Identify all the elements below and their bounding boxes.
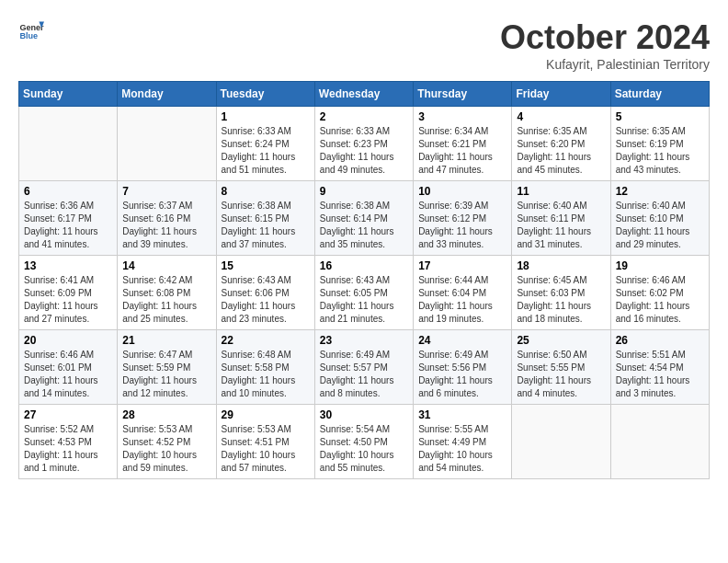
calendar-cell: 12Sunrise: 6:40 AM Sunset: 6:10 PM Dayli… [610, 181, 709, 256]
cell-content: Sunrise: 6:40 AM Sunset: 6:10 PM Dayligh… [616, 200, 704, 251]
day-number: 24 [418, 334, 506, 347]
calendar-cell: 28Sunrise: 5:53 AM Sunset: 4:52 PM Dayli… [118, 405, 216, 479]
calendar-cell: 30Sunrise: 5:54 AM Sunset: 4:50 PM Dayli… [314, 405, 413, 479]
calendar-cell: 1Sunrise: 6:33 AM Sunset: 6:24 PM Daylig… [216, 107, 314, 181]
day-number: 6 [24, 185, 112, 198]
calendar-cell: 7Sunrise: 6:37 AM Sunset: 6:16 PM Daylig… [118, 181, 216, 256]
calendar-cell: 23Sunrise: 6:49 AM Sunset: 5:57 PM Dayli… [314, 330, 413, 405]
title-section: October 2024 Kufayrit, Palestinian Terri… [500, 18, 710, 72]
day-number: 27 [24, 408, 112, 421]
cell-content: Sunrise: 6:50 AM Sunset: 5:55 PM Dayligh… [517, 349, 605, 400]
day-number: 5 [616, 110, 704, 123]
calendar-cell: 26Sunrise: 5:51 AM Sunset: 4:54 PM Dayli… [610, 330, 709, 405]
calendar-cell: 17Sunrise: 6:44 AM Sunset: 6:04 PM Dayli… [414, 256, 512, 330]
cell-content: Sunrise: 6:49 AM Sunset: 5:57 PM Dayligh… [320, 349, 408, 400]
calendar-cell: 29Sunrise: 5:53 AM Sunset: 4:51 PM Dayli… [216, 405, 314, 479]
day-number: 4 [517, 110, 605, 123]
calendar-week: 20Sunrise: 6:46 AM Sunset: 6:01 PM Dayli… [19, 330, 710, 405]
cell-content: Sunrise: 5:53 AM Sunset: 4:51 PM Dayligh… [222, 423, 310, 475]
day-number: 12 [616, 185, 704, 198]
day-number: 18 [517, 259, 605, 272]
calendar-cell: 8Sunrise: 6:38 AM Sunset: 6:15 PM Daylig… [216, 181, 314, 256]
cell-content: Sunrise: 6:40 AM Sunset: 6:11 PM Dayligh… [517, 200, 605, 251]
calendar-week: 27Sunrise: 5:52 AM Sunset: 4:53 PM Dayli… [19, 405, 710, 479]
calendar-cell: 21Sunrise: 6:47 AM Sunset: 5:59 PM Dayli… [118, 330, 216, 405]
cell-content: Sunrise: 6:43 AM Sunset: 6:05 PM Dayligh… [320, 274, 408, 326]
calendar-cell: 31Sunrise: 5:55 AM Sunset: 4:49 PM Dayli… [414, 405, 512, 479]
calendar-cell [610, 405, 709, 479]
cell-content: Sunrise: 6:37 AM Sunset: 6:16 PM Dayligh… [122, 200, 210, 251]
calendar-cell: 4Sunrise: 6:35 AM Sunset: 6:20 PM Daylig… [512, 107, 610, 181]
calendar-cell: 15Sunrise: 6:43 AM Sunset: 6:06 PM Dayli… [216, 256, 314, 330]
day-number: 11 [517, 185, 605, 198]
cell-content: Sunrise: 6:46 AM Sunset: 6:01 PM Dayligh… [24, 349, 112, 400]
day-number: 7 [122, 185, 210, 198]
calendar-cell: 24Sunrise: 6:49 AM Sunset: 5:56 PM Dayli… [414, 330, 512, 405]
cell-content: Sunrise: 6:47 AM Sunset: 5:59 PM Dayligh… [122, 349, 210, 400]
cell-content: Sunrise: 6:33 AM Sunset: 6:24 PM Dayligh… [222, 125, 310, 177]
calendar-cell: 5Sunrise: 6:35 AM Sunset: 6:19 PM Daylig… [610, 107, 709, 181]
cell-content: Sunrise: 6:45 AM Sunset: 6:03 PM Dayligh… [517, 274, 605, 326]
cell-content: Sunrise: 6:38 AM Sunset: 6:14 PM Dayligh… [320, 200, 408, 251]
day-header: Sunday [19, 82, 118, 107]
calendar-cell [118, 107, 216, 181]
calendar-cell: 13Sunrise: 6:41 AM Sunset: 6:09 PM Dayli… [19, 256, 118, 330]
calendar-header: SundayMondayTuesdayWednesdayThursdayFrid… [19, 82, 710, 107]
calendar-cell: 2Sunrise: 6:33 AM Sunset: 6:23 PM Daylig… [314, 107, 413, 181]
calendar-week: 1Sunrise: 6:33 AM Sunset: 6:24 PM Daylig… [19, 107, 710, 181]
cell-content: Sunrise: 6:42 AM Sunset: 6:08 PM Dayligh… [122, 274, 210, 326]
day-number: 28 [122, 408, 210, 421]
day-number: 29 [222, 408, 310, 421]
calendar-cell: 3Sunrise: 6:34 AM Sunset: 6:21 PM Daylig… [414, 107, 512, 181]
cell-content: Sunrise: 6:48 AM Sunset: 5:58 PM Dayligh… [222, 349, 310, 400]
day-header: Saturday [610, 82, 709, 107]
logo: General Blue [18, 18, 44, 44]
day-number: 8 [222, 185, 310, 198]
calendar-cell: 16Sunrise: 6:43 AM Sunset: 6:05 PM Dayli… [314, 256, 413, 330]
cell-content: Sunrise: 6:36 AM Sunset: 6:17 PM Dayligh… [24, 200, 112, 251]
day-number: 3 [418, 110, 506, 123]
day-number: 31 [418, 408, 506, 421]
day-header: Monday [118, 82, 216, 107]
day-number: 17 [418, 259, 506, 272]
page-header: General Blue October 2024 Kufayrit, Pale… [18, 18, 710, 72]
day-number: 14 [122, 259, 210, 272]
calendar-body: 1Sunrise: 6:33 AM Sunset: 6:24 PM Daylig… [19, 107, 710, 479]
day-number: 22 [222, 334, 310, 347]
cell-content: Sunrise: 6:49 AM Sunset: 5:56 PM Dayligh… [418, 349, 506, 400]
calendar-cell [512, 405, 610, 479]
cell-content: Sunrise: 6:35 AM Sunset: 6:20 PM Dayligh… [517, 125, 605, 177]
day-number: 19 [616, 259, 704, 272]
calendar-cell: 20Sunrise: 6:46 AM Sunset: 6:01 PM Dayli… [19, 330, 118, 405]
day-number: 30 [320, 408, 408, 421]
month-title: October 2024 [500, 18, 710, 57]
cell-content: Sunrise: 6:34 AM Sunset: 6:21 PM Dayligh… [418, 125, 506, 177]
calendar-cell: 18Sunrise: 6:45 AM Sunset: 6:03 PM Dayli… [512, 256, 610, 330]
calendar-cell [19, 107, 118, 181]
calendar-cell: 6Sunrise: 6:36 AM Sunset: 6:17 PM Daylig… [19, 181, 118, 256]
cell-content: Sunrise: 5:51 AM Sunset: 4:54 PM Dayligh… [616, 349, 704, 400]
cell-content: Sunrise: 5:52 AM Sunset: 4:53 PM Dayligh… [24, 423, 112, 475]
day-header: Wednesday [314, 82, 413, 107]
day-number: 21 [122, 334, 210, 347]
calendar-cell: 11Sunrise: 6:40 AM Sunset: 6:11 PM Dayli… [512, 181, 610, 256]
cell-content: Sunrise: 6:38 AM Sunset: 6:15 PM Dayligh… [222, 200, 310, 251]
day-header: Tuesday [216, 82, 314, 107]
calendar-cell: 19Sunrise: 6:46 AM Sunset: 6:02 PM Dayli… [610, 256, 709, 330]
day-header: Thursday [414, 82, 512, 107]
cell-content: Sunrise: 6:33 AM Sunset: 6:23 PM Dayligh… [320, 125, 408, 177]
day-header: Friday [512, 82, 610, 107]
cell-content: Sunrise: 6:46 AM Sunset: 6:02 PM Dayligh… [616, 274, 704, 326]
cell-content: Sunrise: 5:55 AM Sunset: 4:49 PM Dayligh… [418, 423, 506, 475]
calendar-cell: 25Sunrise: 6:50 AM Sunset: 5:55 PM Dayli… [512, 330, 610, 405]
logo-icon: General Blue [18, 18, 44, 44]
cell-content: Sunrise: 5:54 AM Sunset: 4:50 PM Dayligh… [320, 423, 408, 475]
calendar: SundayMondayTuesdayWednesdayThursdayFrid… [18, 81, 710, 479]
day-number: 1 [222, 110, 310, 123]
day-number: 20 [24, 334, 112, 347]
cell-content: Sunrise: 6:41 AM Sunset: 6:09 PM Dayligh… [24, 274, 112, 326]
cell-content: Sunrise: 6:35 AM Sunset: 6:19 PM Dayligh… [616, 125, 704, 177]
cell-content: Sunrise: 5:53 AM Sunset: 4:52 PM Dayligh… [122, 423, 210, 475]
day-number: 13 [24, 259, 112, 272]
cell-content: Sunrise: 6:44 AM Sunset: 6:04 PM Dayligh… [418, 274, 506, 326]
